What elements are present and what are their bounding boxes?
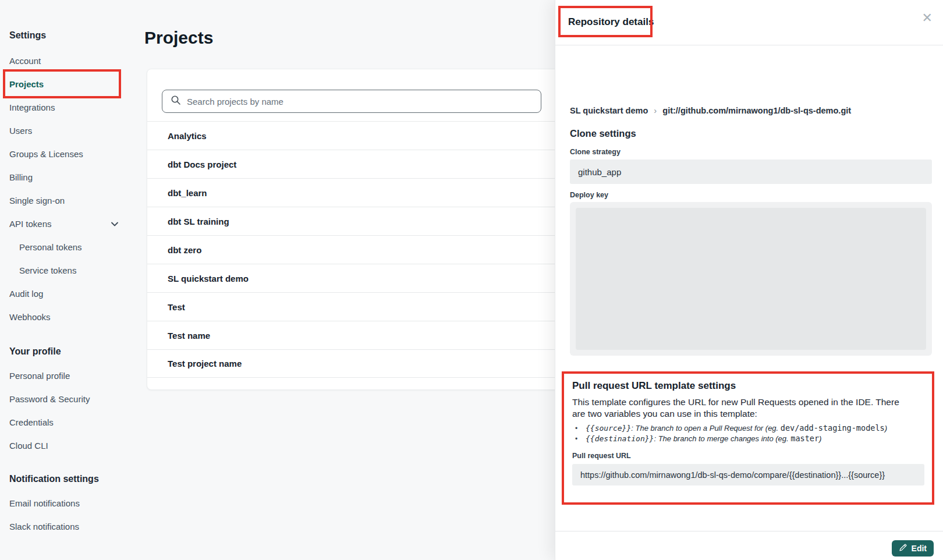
pull-request-description: This template configures the URL for new… — [572, 396, 902, 419]
sidebar-item-single-sign-on[interactable]: Single sign-on — [0, 189, 144, 212]
sidebar-item-projects[interactable]: Projects — [0, 72, 144, 95]
sidebar-section-settings: Settings — [9, 30, 144, 44]
sidebar-item-billing[interactable]: Billing — [0, 165, 144, 189]
sidebar-item-audit-log[interactable]: Audit log — [0, 282, 144, 305]
breadcrumb-repo-url: git://github.com/mirnawong1/db-sl-qs-dem… — [662, 106, 851, 115]
project-search-field[interactable] — [162, 90, 541, 113]
repository-details-panel: Repository details ✕ SL quickstart demo … — [555, 0, 943, 560]
clone-strategy-value: github_app — [570, 160, 932, 184]
variable-source-item: • {{source}}: The branch to open a Pull … — [572, 423, 924, 434]
pull-request-url-value: https://github.com/mirnawong1/db-sl-qs-d… — [572, 464, 924, 485]
chevron-down-icon[interactable] — [109, 219, 120, 229]
sidebar-item-personal-profile[interactable]: Personal profile — [0, 364, 144, 387]
bullet-icon: • — [575, 434, 580, 444]
sidebar-item-service-tokens[interactable]: Service tokens — [0, 258, 144, 282]
breadcrumb-project-name[interactable]: SL quickstart demo — [570, 106, 648, 115]
deploy-key-field[interactable] — [570, 202, 932, 356]
close-icon[interactable]: ✕ — [922, 12, 933, 24]
destination-variable-code: {{destination}} — [586, 434, 654, 443]
sidebar-item-integrations[interactable]: Integrations — [0, 95, 144, 119]
sidebar-item-personal-tokens[interactable]: Personal tokens — [0, 235, 144, 258]
sidebar-item-email-notifications[interactable]: Email notifications — [0, 491, 144, 515]
sidebar-item-webhooks[interactable]: Webhooks — [0, 305, 144, 328]
sidebar-item-password-security[interactable]: Password & Security — [0, 387, 144, 410]
notification-nav-list: Email notifications Slack notifications — [0, 491, 144, 538]
destination-example-code: master — [790, 434, 819, 443]
sidebar-item-users[interactable]: Users — [0, 119, 144, 142]
template-variables-list: • {{source}}: The branch to open a Pull … — [572, 423, 924, 444]
sidebar-section-your-profile: Your profile — [9, 346, 144, 360]
page-title: Projects — [144, 28, 213, 48]
settings-nav-list: Account Projects Integrations Users Grou… — [0, 49, 144, 328]
sidebar-item-credentials[interactable]: Credentials — [0, 410, 144, 434]
sidebar-item-slack-notifications[interactable]: Slack notifications — [0, 515, 144, 538]
source-variable-code: {{source}} — [586, 424, 631, 433]
search-icon — [171, 95, 181, 108]
clone-settings-heading: Clone settings — [570, 128, 636, 139]
pull-request-url-label: Pull request URL — [572, 452, 924, 460]
edit-button[interactable]: Edit — [892, 540, 934, 557]
panel-title: Repository details — [568, 16, 654, 28]
bullet-icon: • — [575, 424, 580, 434]
panel-body: SL quickstart demo › git://github.com/mi… — [555, 46, 943, 531]
pull-request-section-heading: Pull request URL template settings — [572, 380, 924, 392]
sidebar-item-api-tokens[interactable]: API tokens — [0, 212, 144, 235]
edit-button-label: Edit — [912, 544, 927, 553]
chevron-right-icon: › — [654, 105, 657, 115]
profile-nav-list: Personal profile Password & Security Cre… — [0, 364, 144, 457]
sidebar-item-account[interactable]: Account — [0, 49, 144, 72]
search-input[interactable] — [187, 97, 513, 107]
pencil-icon — [899, 543, 907, 554]
deploy-key-redacted-value — [576, 208, 926, 350]
breadcrumb: SL quickstart demo › git://github.com/mi… — [570, 105, 851, 115]
clone-strategy-label: Clone strategy — [570, 148, 621, 156]
deploy-key-label: Deploy key — [570, 191, 608, 199]
settings-sidebar: Settings Account Projects Integrations U… — [0, 0, 144, 560]
panel-header: Repository details ✕ — [555, 0, 943, 45]
sidebar-item-cloud-cli[interactable]: Cloud CLI — [0, 434, 144, 457]
sidebar-item-groups-licenses[interactable]: Groups & Licenses — [0, 142, 144, 165]
variable-destination-item: • {{destination}}: The branch to merge c… — [572, 434, 924, 444]
pull-request-template-section: Pull request URL template settings This … — [562, 371, 934, 505]
source-example-code: dev/add-staging-models — [781, 423, 885, 433]
panel-footer: Edit — [555, 531, 943, 560]
sidebar-section-notification-settings: Notification settings — [9, 474, 144, 488]
